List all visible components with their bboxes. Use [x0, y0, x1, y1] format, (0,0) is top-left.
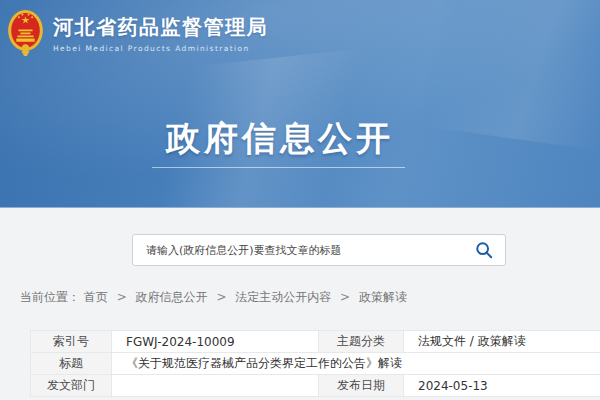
banner: 河北省药品监督管理局 Hebei Medical Products Admini…: [0, 0, 600, 208]
cell-value-topic-category: 法规文件 / 政策解读: [404, 331, 600, 353]
breadcrumb: 当前位置： 首页 > 政府信息公开 > 法定主动公开内容 > 政策解读: [20, 289, 407, 306]
breadcrumb-separator: >: [216, 290, 226, 304]
search-icon[interactable]: [475, 241, 493, 259]
search-input[interactable]: [133, 235, 475, 265]
site-logo[interactable]: 河北省药品监督管理局 Hebei Medical Products Admini…: [7, 9, 268, 57]
breadcrumb-item-home[interactable]: 首页: [84, 290, 108, 304]
cell-value-issuing-department: [112, 375, 319, 397]
breadcrumb-item-gov-info[interactable]: 政府信息公开: [136, 290, 208, 304]
page-title: 政府信息公开: [0, 116, 560, 162]
table-row-title: 标题 《关于规范医疗器械产品分类界定工作的公告》解读: [31, 353, 600, 375]
org-name-en: Hebei Medical Products Administration: [53, 44, 268, 53]
cell-label-topic-category: 主题分类: [319, 331, 404, 353]
table-row-index: 索引号 FGWJ-2024-10009 主题分类 法规文件 / 政策解读: [31, 331, 600, 353]
info-table: 索引号 FGWJ-2024-10009 主题分类 法规文件 / 政策解读 标题 …: [30, 330, 600, 397]
cell-value-title: 《关于规范医疗器械产品分类界定工作的公告》解读: [112, 353, 600, 375]
cell-label-index-no: 索引号: [31, 331, 112, 353]
breadcrumb-separator: >: [340, 290, 350, 304]
breadcrumb-separator: >: [117, 290, 127, 304]
breadcrumb-item-policy-interpretation[interactable]: 政策解读: [359, 290, 407, 304]
org-name-zh: 河北省药品监督管理局: [53, 14, 268, 40]
cell-label-publish-date: 发布日期: [319, 375, 404, 397]
cell-value-publish-date: 2024-05-13: [404, 375, 600, 397]
page: 河北省药品监督管理局 Hebei Medical Products Admini…: [0, 0, 600, 400]
title-underline: [152, 167, 405, 168]
table-row-department: 发文部门 发布日期 2024-05-13: [31, 375, 600, 397]
breadcrumb-item-disclosure-content[interactable]: 法定主动公开内容: [235, 290, 331, 304]
search-box: [132, 234, 506, 266]
breadcrumb-prefix: 当前位置：: [20, 290, 80, 304]
cell-label-issuing-department: 发文部门: [31, 375, 112, 397]
cell-label-title: 标题: [31, 353, 112, 375]
national-emblem-icon: [7, 9, 44, 57]
cell-value-index-no: FGWJ-2024-10009: [112, 331, 319, 353]
